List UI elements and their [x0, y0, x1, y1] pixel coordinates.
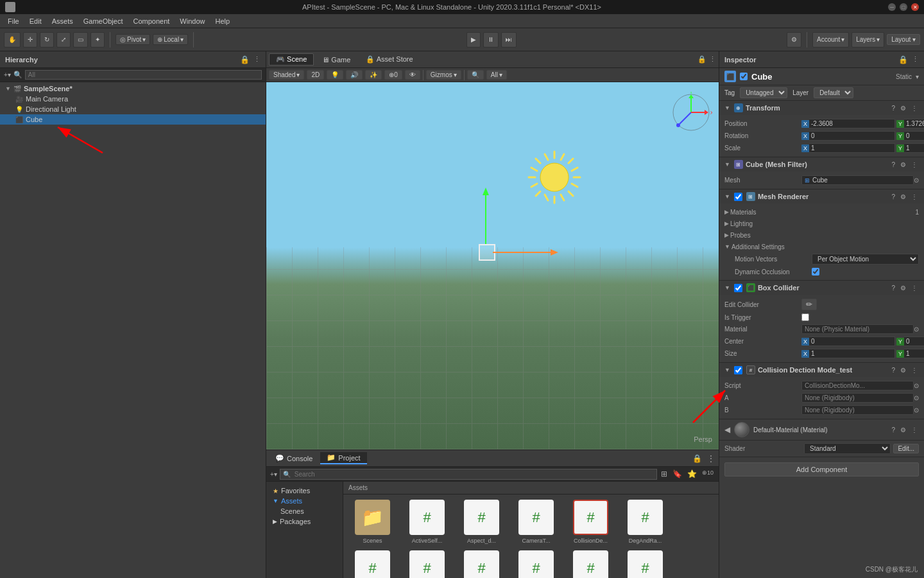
tab-scene[interactable]: 🎮 Scene: [269, 53, 314, 66]
play-button[interactable]: ▶: [466, 32, 481, 48]
scale-y-input[interactable]: [904, 143, 924, 153]
materials-collapse-icon[interactable]: ▶: [724, 209, 729, 215]
menu-help[interactable]: Help: [210, 16, 235, 26]
visibility-toggle[interactable]: 👁: [405, 70, 420, 80]
local-button[interactable]: ⊕ Local ▾: [153, 34, 188, 45]
lighting-toggle[interactable]: 💡: [327, 70, 343, 80]
is-trigger-checkbox[interactable]: [801, 313, 809, 321]
box-collider-help-icon[interactable]: ?: [890, 285, 896, 292]
move-tool[interactable]: ✛: [23, 32, 37, 48]
list-item[interactable]: # newScene2: [567, 550, 615, 578]
mesh-target-icon[interactable]: ⊙: [914, 177, 919, 184]
layers-button[interactable]: Layers ▾: [851, 32, 884, 48]
star-icon[interactable]: ⭐: [686, 468, 698, 480]
tag-select[interactable]: Untagged: [740, 87, 787, 98]
script-b-target-icon[interactable]: ⊙: [914, 407, 919, 414]
list-item[interactable]: # EulerAngle...: [403, 550, 451, 578]
sidebar-packages[interactable]: ▶ Packages: [269, 516, 340, 527]
list-item[interactable]: # DegAndRa...: [621, 500, 669, 544]
center-y-input[interactable]: [904, 337, 924, 346]
mesh-filter-settings-icon[interactable]: ⚙: [899, 161, 907, 168]
audio-toggle[interactable]: 🔊: [346, 70, 363, 80]
list-item[interactable]: # CameraT...: [512, 500, 560, 544]
inspector-more-icon[interactable]: ⋮: [912, 55, 919, 64]
gizmos-dropdown[interactable]: Gizmos ▾: [426, 70, 461, 80]
hand-tool[interactable]: ✋: [4, 32, 21, 48]
script-a-target-icon[interactable]: ⊙: [914, 394, 919, 401]
transform-help-icon[interactable]: ?: [890, 105, 896, 112]
menu-file[interactable]: File: [3, 16, 24, 26]
hierarchy-lock-icon[interactable]: 🔒: [240, 55, 250, 64]
hierarchy-more-icon[interactable]: ⋮: [253, 55, 261, 64]
tab-console[interactable]: 💬 Console: [269, 452, 319, 464]
services-button[interactable]: ⚙: [787, 32, 801, 48]
hierarchy-item-directionallight[interactable]: 💡 Directional Light: [0, 104, 266, 114]
collider-material-target-icon[interactable]: ⊙: [914, 326, 919, 333]
edit-collider-button[interactable]: ✏: [801, 299, 817, 310]
collision-script-enable-checkbox[interactable]: [734, 366, 742, 374]
object-active-checkbox[interactable]: [740, 73, 748, 80]
box-collider-header[interactable]: ▼ ⬛ Box Collider ? ⚙ ⋮: [719, 281, 924, 295]
size-y-input[interactable]: [904, 349, 924, 358]
additional-collapse-icon[interactable]: ▼: [724, 243, 730, 250]
list-item[interactable]: # CollisionDe...: [567, 500, 615, 544]
rotation-x-input[interactable]: [809, 131, 895, 141]
menu-component[interactable]: Component: [128, 16, 175, 26]
inspector-lock-icon[interactable]: 🔒: [898, 55, 908, 64]
project-add-icon[interactable]: +▾: [270, 471, 277, 478]
effects-toggle[interactable]: ✨: [365, 70, 382, 80]
layout-button[interactable]: Layout ▾: [887, 34, 920, 45]
dynamic-occlusion-checkbox[interactable]: [812, 268, 819, 276]
bottom-lock-icon[interactable]: 🔒: [691, 453, 703, 464]
list-item[interactable]: # GetInstan...: [458, 550, 506, 578]
rotate-tool[interactable]: ↻: [40, 32, 54, 48]
visibility-count-icon[interactable]: ⊕10: [701, 468, 715, 480]
step-button[interactable]: ⏭: [501, 32, 517, 48]
collision-script-help-icon[interactable]: ?: [890, 367, 896, 374]
mesh-renderer-more-icon[interactable]: ⋮: [910, 193, 919, 200]
collision-script-more-icon[interactable]: ⋮: [910, 367, 919, 374]
scene-view[interactable]: Y X: [266, 82, 719, 450]
add-component-button[interactable]: Add Component: [724, 462, 919, 477]
mesh-renderer-settings-icon[interactable]: ⚙: [899, 193, 907, 200]
more-icon[interactable]: ⋮: [709, 55, 716, 64]
position-x-input[interactable]: [809, 119, 895, 128]
account-button[interactable]: Account ▾: [812, 32, 849, 48]
transform-settings-icon[interactable]: ⚙: [899, 105, 907, 112]
size-x-input[interactable]: [809, 349, 895, 358]
menu-window[interactable]: Window: [175, 16, 210, 26]
mesh-renderer-enable-checkbox[interactable]: [734, 193, 742, 201]
scale-tool[interactable]: ⤢: [56, 32, 71, 48]
pause-button[interactable]: ⏸: [483, 32, 499, 48]
filter-icon[interactable]: ⊞: [660, 468, 669, 480]
nav-gizmo[interactable]: Y X: [671, 92, 709, 130]
maximize-button[interactable]: □: [900, 3, 907, 11]
frame-stats[interactable]: ⊕0: [384, 70, 402, 80]
mesh-renderer-help-icon[interactable]: ?: [890, 193, 896, 200]
motion-vectors-select[interactable]: Per Object Motion: [812, 254, 919, 265]
list-item[interactable]: # SetFromRo...: [621, 550, 669, 578]
rotation-y-input[interactable]: [904, 131, 924, 141]
material-settings-icon[interactable]: ⚙: [899, 426, 907, 434]
layer-select[interactable]: Default: [814, 87, 853, 98]
script-target-icon[interactable]: ⊙: [914, 382, 919, 389]
mesh-value-field[interactable]: ⊞ Cube: [801, 175, 914, 185]
close-button[interactable]: ✕: [911, 3, 919, 11]
menu-gameobject[interactable]: GameObject: [78, 16, 128, 26]
menu-assets[interactable]: Assets: [47, 16, 78, 26]
list-item[interactable]: # LoadedLe...: [512, 550, 560, 578]
shader-select[interactable]: Standard: [804, 443, 891, 454]
2d-toggle[interactable]: 2D: [307, 70, 324, 80]
search-scene[interactable]: 🔍: [467, 70, 484, 80]
scale-x-input[interactable]: [809, 143, 895, 153]
transform-more-icon[interactable]: ⋮: [910, 105, 919, 112]
hierarchy-item-maincamera[interactable]: 🎥 Main Camera: [0, 94, 266, 104]
hierarchy-search-input[interactable]: [25, 70, 262, 80]
sidebar-scenes[interactable]: Scenes: [269, 506, 340, 516]
hierarchy-item-samplescene[interactable]: ▼ 🎬 SampleScene*: [0, 83, 266, 94]
minimize-button[interactable]: ─: [888, 3, 896, 11]
lock-icon[interactable]: 🔒: [697, 55, 706, 64]
probes-collapse-icon[interactable]: ▶: [724, 232, 729, 238]
list-item[interactable]: 📁 Scenes: [348, 500, 397, 544]
bottom-more-icon[interactable]: ⋮: [706, 453, 716, 464]
